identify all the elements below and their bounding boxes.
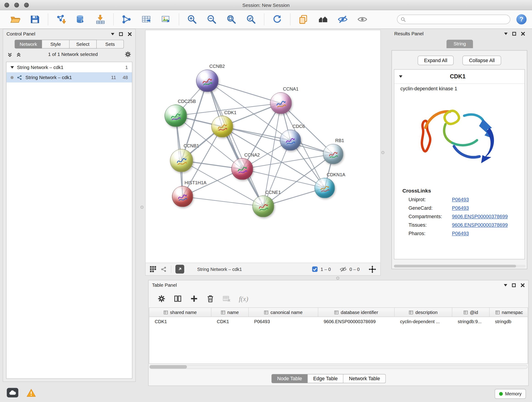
column-header[interactable]: name <box>211 308 249 317</box>
network-edge[interactable] <box>183 196 263 206</box>
panel-menu-icon[interactable] <box>504 284 507 286</box>
gene-section-header[interactable]: CDK1 <box>394 70 525 84</box>
zoom-in-button[interactable] <box>186 13 198 26</box>
save-session-button[interactable] <box>29 13 41 26</box>
hide-selected-button[interactable] <box>336 13 349 26</box>
compartments-link[interactable]: 9606.ENSP00000378699 <box>452 214 508 219</box>
splitter-handle[interactable] <box>381 151 384 154</box>
results-horizontal-scrollbar[interactable] <box>394 265 526 268</box>
panel-menu-icon[interactable] <box>111 33 114 35</box>
network-node-cdc25b[interactable] <box>165 104 187 127</box>
zoom-out-button[interactable] <box>206 13 218 26</box>
birds-eye-view-icon[interactable] <box>150 266 157 273</box>
float-panel-icon[interactable] <box>119 32 123 36</box>
column-header[interactable]: namespac <box>490 308 528 317</box>
function-builder-fx-icon[interactable]: f(x) <box>239 295 248 303</box>
genecard-link[interactable]: P06493 <box>452 205 469 211</box>
table-cell[interactable]: stringdb <box>490 317 528 326</box>
network-options-gear-icon[interactable] <box>124 51 131 58</box>
network-edge[interactable] <box>207 81 263 206</box>
network-overview-icon[interactable] <box>160 266 167 272</box>
tab-select[interactable]: Select <box>70 40 97 49</box>
show-all-button[interactable] <box>356 13 368 26</box>
selected-elements-checkbox-icon[interactable] <box>312 266 318 272</box>
network-node-hist1h1a[interactable] <box>172 186 193 207</box>
network-view[interactable]: CCNB2CCNA1CDC25BCDK1CDC6RB1CCNB1CCNA2CDK… <box>145 30 381 263</box>
new-network-button[interactable] <box>120 13 133 26</box>
open-session-button[interactable] <box>9 13 21 26</box>
network-collection-row[interactable]: String Network – cdk1 1 <box>6 62 132 72</box>
table-options-gear-icon[interactable] <box>157 294 166 303</box>
new-table-button[interactable] <box>140 13 152 26</box>
table-cell[interactable]: 9606.ENSP00000378699 <box>318 317 394 326</box>
import-network-file-button[interactable] <box>55 13 67 26</box>
search-box[interactable] <box>397 15 510 24</box>
network-node-cdk1[interactable] <box>211 116 233 138</box>
import-network-database-button[interactable] <box>75 13 87 26</box>
network-edge[interactable] <box>242 169 325 188</box>
help-button[interactable]: ? <box>516 14 526 24</box>
delete-column-trash-icon[interactable] <box>206 294 215 303</box>
network-node-cdc6[interactable] <box>280 130 301 151</box>
collapse-all-button[interactable]: Collapse All <box>462 56 501 65</box>
close-panel-icon[interactable] <box>520 283 525 287</box>
splitter-handle[interactable] <box>336 277 339 280</box>
column-header[interactable]: shared name <box>149 308 211 317</box>
expand-all-button[interactable]: Expand All <box>418 56 454 65</box>
table-horizontal-scrollbar[interactable] <box>149 365 528 369</box>
import-table-file-button[interactable] <box>94 13 107 26</box>
apply-layout-button[interactable] <box>271 13 283 26</box>
scrollbar-thumb[interactable] <box>150 365 187 369</box>
table-cell[interactable]: CDK1 <box>149 317 211 326</box>
zoom-selected-button[interactable] <box>245 13 257 26</box>
collapse-all-networks-icon[interactable] <box>7 51 13 57</box>
close-window-button[interactable] <box>4 3 9 7</box>
search-input[interactable] <box>408 17 506 22</box>
panel-menu-icon[interactable] <box>504 32 508 35</box>
network-node-ccna2[interactable] <box>231 158 253 180</box>
gene-disclosure-icon[interactable] <box>399 75 402 78</box>
close-panel-icon[interactable] <box>128 32 132 36</box>
network-edge[interactable] <box>207 81 281 103</box>
tab-sets[interactable]: Sets <box>97 40 124 49</box>
table-cell[interactable]: stringdb:9... <box>452 317 490 326</box>
tab-edge-table[interactable]: Edge Table <box>308 374 343 383</box>
scrollbar-thumb[interactable] <box>394 265 516 268</box>
fit-content-crosshair-icon[interactable] <box>368 265 376 273</box>
network-node-ccnb2[interactable] <box>196 70 219 92</box>
tab-style[interactable]: Style <box>42 40 70 49</box>
uniprot-link[interactable]: P06493 <box>452 197 469 202</box>
column-header[interactable]: @id <box>452 308 490 317</box>
tissues-link[interactable]: 9606.ENSP00000378699 <box>452 222 508 228</box>
home-button[interactable] <box>317 13 329 26</box>
float-panel-icon[interactable] <box>512 283 516 287</box>
network-node-ccne1[interactable] <box>253 196 274 217</box>
splitter-handle[interactable] <box>140 206 143 209</box>
network-node-rb1[interactable] <box>323 144 343 164</box>
cloud-sync-button[interactable] <box>7 388 18 397</box>
column-header[interactable]: database identifier <box>318 308 394 317</box>
table-cell[interactable]: cyclin-dependent ... <box>394 317 452 326</box>
memory-button[interactable]: Memory <box>495 389 526 399</box>
show-columns-icon[interactable] <box>174 294 182 303</box>
tab-node-table[interactable]: Node Table <box>272 374 308 383</box>
detach-view-button[interactable] <box>176 265 184 274</box>
tab-string[interactable]: String <box>447 40 473 48</box>
minimize-window-button[interactable] <box>14 3 19 7</box>
delete-table-icon[interactable] <box>222 294 231 303</box>
network-row[interactable]: String Network – cdk1 11 48 <box>6 72 132 82</box>
tab-network-table[interactable]: Network Table <box>343 374 386 383</box>
table-cell[interactable]: CDK1 <box>211 317 249 326</box>
expand-all-networks-icon[interactable] <box>16 51 22 57</box>
table-cell[interactable]: P06493 <box>249 317 318 326</box>
hidden-elements-eye-icon[interactable] <box>340 266 347 273</box>
warning-icon[interactable] <box>27 389 36 397</box>
zoom-fit-button[interactable] <box>225 13 237 26</box>
copy-style-button[interactable] <box>297 13 309 26</box>
pharos-link[interactable]: P06493 <box>452 230 469 236</box>
collection-disclosure-icon[interactable] <box>11 66 14 68</box>
network-node-ccna1[interactable] <box>270 92 292 114</box>
column-header[interactable]: description <box>394 308 452 317</box>
network-node-ccnb1[interactable] <box>170 149 193 172</box>
add-column-plus-icon[interactable] <box>190 294 198 303</box>
